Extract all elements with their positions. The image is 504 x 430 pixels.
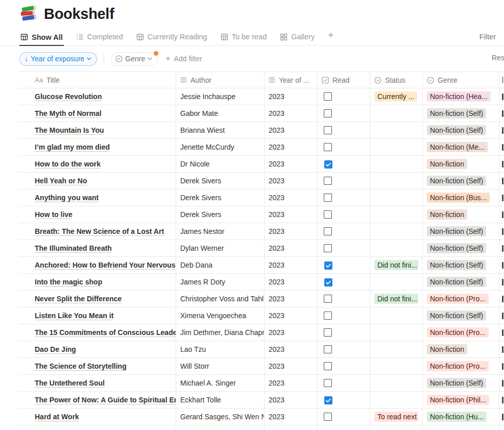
genre-cell[interactable]: Non-fiction (Pro... bbox=[423, 324, 499, 341]
tab-show-all[interactable]: Show All bbox=[19, 33, 64, 46]
read-checkbox[interactable] bbox=[324, 109, 332, 117]
title-cell[interactable]: The Untethered Soul bbox=[18, 375, 176, 391]
genre-cell[interactable]: Non-fiction (Self) bbox=[423, 173, 499, 189]
author-cell[interactable]: Derek Sivers bbox=[176, 206, 265, 223]
read-cell[interactable] bbox=[318, 156, 370, 172]
year-cell[interactable]: 2023 bbox=[265, 274, 318, 290]
add-view-button[interactable]: + bbox=[327, 30, 334, 45]
title-cell[interactable]: Hard at Work bbox=[18, 409, 176, 425]
book-title-link[interactable]: The Mountain Is You bbox=[35, 126, 104, 134]
year-cell[interactable]: 2023 bbox=[265, 240, 318, 256]
status-cell[interactable]: Currently ... bbox=[370, 88, 423, 105]
filter-button[interactable]: Filter bbox=[479, 33, 496, 45]
status-cell[interactable]: Did not fini... bbox=[370, 257, 423, 273]
book-title-link[interactable]: How to live bbox=[35, 210, 73, 219]
year-cell[interactable]: 2023 bbox=[265, 375, 318, 391]
author-cell[interactable]: Ximena Vengoechea bbox=[176, 307, 265, 324]
read-cell[interactable] bbox=[318, 206, 370, 223]
title-cell[interactable]: Anything you want bbox=[18, 189, 176, 206]
book-title-link[interactable]: Into the magic shop bbox=[35, 278, 102, 286]
value-badge[interactable]: Non-fiction (Self) bbox=[427, 277, 486, 287]
year-cell[interactable]: 2023 bbox=[265, 206, 318, 223]
title-cell[interactable]: Glucose Revolution bbox=[18, 88, 176, 105]
value-badge[interactable]: Non-fiction (Pro... bbox=[427, 361, 489, 371]
author-cell[interactable]: Brianna Wiest bbox=[176, 122, 265, 138]
status-cell[interactable] bbox=[370, 274, 423, 290]
sort-pill-year-of-exposure[interactable]: ↓ Year of exposure bbox=[19, 52, 97, 66]
read-checkbox[interactable] bbox=[324, 143, 332, 151]
year-cell[interactable]: 2023 bbox=[265, 223, 318, 240]
value-badge[interactable]: Non-fiction (Pro... bbox=[427, 327, 489, 338]
genre-cell[interactable]: Non-fiction (Self) bbox=[423, 375, 499, 391]
year-cell[interactable]: 2023 bbox=[265, 307, 318, 324]
genre-cell[interactable]: Non-fiction (Phil... bbox=[423, 392, 499, 408]
status-cell[interactable] bbox=[370, 223, 423, 240]
genre-cell[interactable]: Non-fiction (Self) bbox=[423, 307, 499, 324]
book-title-link[interactable]: The Illuminated Breath bbox=[35, 244, 112, 252]
value-badge[interactable]: Non-fiction (Self) bbox=[427, 108, 486, 118]
value-badge[interactable]: To read next bbox=[374, 412, 418, 422]
author-cell[interactable]: Dylan Werner bbox=[176, 240, 265, 256]
year-cell[interactable]: 2023 bbox=[265, 392, 318, 408]
title-cell[interactable]: The Power of Now: A Guide to Spiritual E… bbox=[18, 392, 176, 408]
read-cell[interactable] bbox=[318, 392, 370, 408]
author-cell[interactable]: Dr Nicole bbox=[176, 156, 265, 172]
read-cell[interactable] bbox=[318, 307, 370, 324]
title-cell[interactable]: I’m glad my mom died bbox=[18, 139, 176, 155]
read-checkbox[interactable] bbox=[324, 126, 332, 134]
author-cell[interactable]: Christopher Voss and Tahl bbox=[176, 291, 265, 307]
read-cell[interactable] bbox=[318, 274, 370, 290]
title-cell[interactable]: Breath: The New Science of a Lost Art bbox=[18, 223, 176, 240]
status-cell[interactable] bbox=[370, 173, 423, 189]
read-cell[interactable] bbox=[318, 139, 370, 155]
author-cell[interactable]: Jessie Inchauspe bbox=[176, 88, 265, 105]
read-checkbox[interactable] bbox=[324, 328, 332, 337]
value-badge[interactable]: Non-fiction (Self) bbox=[427, 176, 486, 186]
genre-cell[interactable]: Non-fiction (Hea... bbox=[423, 88, 499, 105]
read-cell[interactable] bbox=[318, 223, 370, 240]
year-cell[interactable]: 2023 bbox=[265, 173, 318, 189]
author-cell[interactable]: Jim Dethmer, Diana Chapr bbox=[176, 324, 265, 341]
status-cell[interactable] bbox=[370, 392, 423, 408]
read-checkbox[interactable] bbox=[324, 92, 332, 101]
year-cell[interactable]: 2023 bbox=[265, 105, 318, 122]
status-cell[interactable] bbox=[370, 122, 423, 138]
value-badge[interactable]: Currently ... bbox=[374, 91, 417, 102]
year-cell[interactable]: 2023 bbox=[265, 324, 318, 341]
column-header-genre[interactable]: Genre bbox=[423, 72, 499, 88]
genre-cell[interactable]: Non-fiction (Bus... bbox=[423, 189, 499, 206]
author-cell[interactable]: Eckhart Tolle bbox=[176, 392, 265, 408]
status-cell[interactable] bbox=[370, 341, 423, 357]
read-cell[interactable] bbox=[318, 173, 370, 189]
title-cell[interactable]: Anchored: How to Befriend Your Nervous bbox=[18, 257, 176, 273]
genre-cell[interactable]: Non-fiction bbox=[423, 206, 499, 223]
book-title-link[interactable]: Glucose Revolution bbox=[35, 92, 102, 101]
read-checkbox[interactable] bbox=[324, 396, 332, 404]
genre-cell[interactable]: Non-fiction (Pro... bbox=[423, 291, 499, 307]
genre-cell[interactable]: Non-fiction (Hu... bbox=[423, 409, 499, 425]
status-cell[interactable] bbox=[370, 307, 423, 324]
read-cell[interactable] bbox=[318, 189, 370, 206]
genre-cell[interactable]: Non-fiction (Self) bbox=[423, 122, 499, 138]
column-header-status[interactable]: Status bbox=[370, 72, 423, 88]
read-checkbox[interactable] bbox=[324, 261, 332, 269]
column-header-author[interactable]: Author bbox=[176, 72, 265, 88]
book-title-link[interactable]: Anchored: How to Befriend Your Nervous bbox=[35, 261, 176, 269]
value-badge[interactable]: Non-fiction (Pro... bbox=[427, 294, 489, 304]
author-cell[interactable]: James R Doty bbox=[176, 274, 265, 290]
status-cell[interactable] bbox=[370, 206, 423, 223]
reset-button[interactable]: Reset bbox=[492, 54, 504, 62]
book-title-link[interactable]: Hard at Work bbox=[35, 413, 79, 421]
tab-to-be-read[interactable]: To be read bbox=[220, 33, 268, 45]
year-cell[interactable]: 2023 bbox=[265, 88, 318, 105]
year-cell[interactable]: 2023 bbox=[265, 156, 318, 172]
read-checkbox[interactable] bbox=[324, 362, 332, 370]
book-title-link[interactable]: Hell Yeah or No bbox=[35, 177, 87, 185]
genre-cell[interactable]: Non-fiction bbox=[423, 156, 499, 172]
read-checkbox[interactable] bbox=[324, 413, 332, 421]
book-title-link[interactable]: The 15 Commitments of Conscious Leade bbox=[35, 328, 176, 337]
value-badge[interactable]: Non-fiction (Self) bbox=[427, 378, 486, 388]
author-cell[interactable]: Derek Sivers bbox=[176, 189, 265, 206]
year-cell[interactable]: 2023 bbox=[265, 122, 318, 138]
book-title-link[interactable]: Never Split the Difference bbox=[35, 295, 122, 303]
